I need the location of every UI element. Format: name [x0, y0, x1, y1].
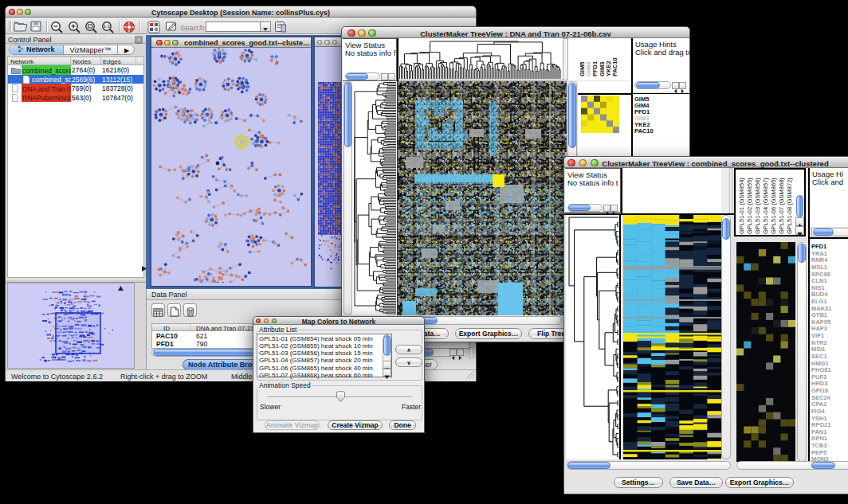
svg-text:1:1: 1:1 — [104, 24, 111, 29]
